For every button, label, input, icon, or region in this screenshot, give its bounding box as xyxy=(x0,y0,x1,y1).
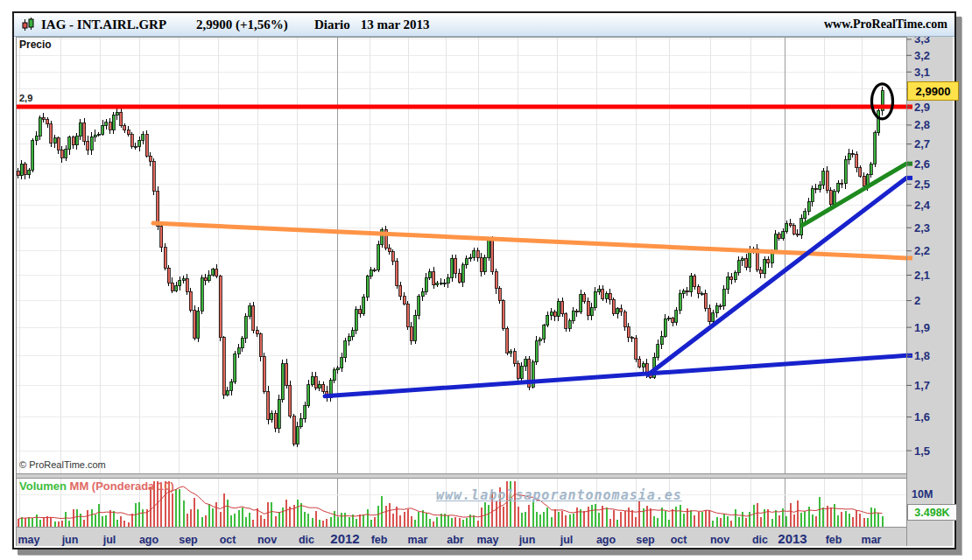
y-tick-label: 1,9 xyxy=(914,321,930,334)
x-month-label: ago xyxy=(139,534,159,546)
x-month-label: may xyxy=(476,534,498,546)
candlestick-icon xyxy=(21,17,36,32)
chart-header: IAG - INT.AIRL.GRP 2,9900 (+1,56%) Diari… xyxy=(14,13,954,37)
y-tick-label: 2,6 xyxy=(914,158,930,171)
y-tick-label: 2,4 xyxy=(914,199,931,212)
x-month-label: dic xyxy=(299,534,314,546)
x-month-label: nov xyxy=(257,534,277,546)
y-tick-label: 2,2 xyxy=(914,244,930,257)
x-month-label: may xyxy=(18,534,39,546)
y-tick-label: 2 xyxy=(914,294,920,307)
chart-canvas[interactable]: 3,33,23,132,92,82,72,62,52,42,32,22,121,… xyxy=(16,37,953,546)
watermark-link: www.labolsaporantonomasia.es xyxy=(436,487,682,503)
timeframe-label: Diario xyxy=(314,18,350,32)
resistance-level-label: 2,9 xyxy=(19,93,32,103)
y-tick-label: 1,7 xyxy=(914,379,930,392)
x-month-label: mar xyxy=(408,534,428,546)
volume-panel-title: Volumen MM (Ponderada 10) xyxy=(19,480,174,493)
y-tick-label: 2,5 xyxy=(914,178,930,191)
chart-window: IAG - INT.AIRL.GRP 2,9900 (+1,56%) Diari… xyxy=(12,11,956,550)
y-tick-label: 2,8 xyxy=(914,118,930,131)
x-month-label: mar xyxy=(862,534,882,546)
copyright-label: © ProRealTime.com xyxy=(19,459,106,470)
proreal-time-window: IAG - INT.AIRL.GRP 2,9900 (+1,56%) Diari… xyxy=(0,0,972,560)
x-month-label: ago xyxy=(596,534,616,546)
x-month-label: jul xyxy=(560,534,574,546)
x-axis-labels[interactable]: mayjunjulagosepoctnovdic2012febmarabrmay… xyxy=(18,531,881,546)
volume-label: Volumen xyxy=(19,480,67,493)
y-tick-label: 2,3 xyxy=(914,221,930,234)
volume-ma-label: MM (Ponderada 10) xyxy=(70,480,174,493)
y-tick-label: 3,2 xyxy=(914,49,930,62)
last-price-badge: 2,9900 xyxy=(907,81,959,101)
panel-separator[interactable] xyxy=(16,474,906,479)
chart-background xyxy=(16,37,953,546)
x-month-label: oct xyxy=(671,534,688,546)
prorealtime-url: www.ProRealTime.com xyxy=(824,18,947,32)
volume-scale-label: 10M xyxy=(912,488,933,500)
session-date: 13 mar 2013 xyxy=(361,18,430,32)
x-month-label: nov xyxy=(710,534,729,546)
instrument-name: IAG - INT.AIRL.GRP xyxy=(41,18,166,32)
x-month-label: jul xyxy=(102,534,116,546)
axis-marker-descending-resistance xyxy=(907,256,912,260)
x-month-label: jun xyxy=(61,534,79,546)
y-tick-label: 3,1 xyxy=(914,66,930,79)
x-month-label: oct xyxy=(220,534,237,546)
axis-marker-steep-support xyxy=(907,176,912,180)
y-tick-label: 2,1 xyxy=(914,269,930,282)
x-year-label: 2013 xyxy=(778,531,806,546)
last-volume-badge: 3.498K xyxy=(907,504,957,521)
x-month-label: sep xyxy=(636,534,655,546)
y-tick-label: 3,3 xyxy=(914,37,930,46)
x-month-label: feb xyxy=(371,534,388,546)
x-month-label: abr xyxy=(447,534,464,546)
price-panel-title: Precio xyxy=(19,38,52,51)
x-month-label: sep xyxy=(179,534,198,546)
y-tick-label: 1,8 xyxy=(914,349,930,362)
x-month-label: feb xyxy=(826,534,842,546)
y-tick-label: 1,5 xyxy=(914,444,930,458)
x-month-label: dic xyxy=(752,534,768,546)
x-month-label: jun xyxy=(518,534,536,546)
y-tick-label: 2,7 xyxy=(914,137,930,150)
y-tick-label: 2,9 xyxy=(914,101,930,114)
x-year-label: 2012 xyxy=(330,531,359,546)
y-tick-label: 1,6 xyxy=(914,410,930,424)
last-quote: 2,9900 (+1,56%) xyxy=(196,18,288,32)
